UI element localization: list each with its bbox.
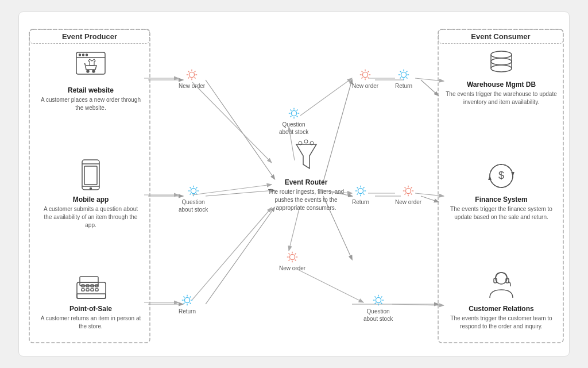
svg-point-21 bbox=[87, 70, 89, 72]
svg-line-47 bbox=[195, 71, 196, 72]
event-return-pos: Return bbox=[179, 294, 196, 315]
svg-line-65 bbox=[189, 296, 191, 297]
svg-point-22 bbox=[92, 70, 95, 72]
mobile-title: Mobile app bbox=[39, 195, 142, 204]
svg-line-104 bbox=[406, 71, 407, 72]
warehouse-desc: The events trigger the warehouse to upda… bbox=[444, 90, 559, 106]
svg-point-137 bbox=[491, 58, 512, 65]
svg-line-95 bbox=[368, 71, 369, 72]
producer-section-label: Event Producer bbox=[29, 29, 150, 44]
svg-line-48 bbox=[188, 77, 189, 78]
event-label-new-order-retail: New order bbox=[179, 82, 205, 90]
finance-title: Finance System bbox=[444, 195, 559, 204]
svg-rect-36 bbox=[86, 289, 89, 291]
svg-point-27 bbox=[90, 188, 92, 190]
event-label-new-order-finance: New order bbox=[395, 198, 421, 206]
svg-line-84 bbox=[289, 253, 290, 254]
customer-node: Customer Relations The events trigger th… bbox=[444, 268, 559, 331]
pos-title: Point-of-Sale bbox=[39, 305, 142, 313]
svg-rect-26 bbox=[84, 166, 97, 185]
pos-node: Point-of-Sale A customer returns an item… bbox=[39, 271, 142, 331]
diagram-container: Event Producer Event Consumer Retail web bbox=[18, 12, 570, 356]
svg-line-96 bbox=[362, 77, 363, 78]
event-return-finance: Return bbox=[352, 185, 369, 206]
svg-line-94 bbox=[368, 77, 369, 78]
event-label-new-order-bottom: New order bbox=[279, 264, 305, 272]
event-label-return-pos: Return bbox=[179, 308, 196, 315]
svg-line-131 bbox=[381, 296, 382, 297]
event-new-order-finance: New order bbox=[395, 185, 421, 206]
event-label-return-warehouse: Return bbox=[395, 82, 412, 90]
customer-title: Customer Relations bbox=[444, 305, 559, 313]
svg-line-55 bbox=[196, 193, 197, 194]
svg-line-103 bbox=[406, 77, 407, 78]
svg-point-115 bbox=[405, 188, 411, 193]
mobile-app-node: Mobile app A customer submits a question… bbox=[39, 159, 142, 229]
svg-line-46 bbox=[195, 77, 196, 78]
svg-line-85 bbox=[295, 259, 296, 260]
event-label-new-order-warehouse: New order bbox=[352, 82, 378, 90]
svg-line-93 bbox=[362, 71, 363, 72]
svg-line-54 bbox=[189, 187, 191, 188]
svg-line-120 bbox=[405, 187, 406, 188]
pos-icon bbox=[39, 271, 142, 302]
svg-line-63 bbox=[183, 296, 184, 297]
svg-rect-39 bbox=[77, 294, 106, 298]
svg-point-68 bbox=[304, 140, 308, 143]
svg-point-20 bbox=[86, 54, 88, 56]
svg-line-87 bbox=[289, 259, 290, 260]
svg-point-124 bbox=[376, 297, 381, 302]
svg-point-88 bbox=[362, 72, 368, 77]
event-label-question-stock-mobile: Questionabout stock bbox=[179, 198, 208, 213]
svg-line-66 bbox=[183, 302, 184, 304]
svg-line-45 bbox=[188, 71, 189, 72]
finance-icon: $ bbox=[444, 159, 559, 193]
svg-point-133 bbox=[491, 51, 512, 58]
event-label-question-customer: Questionabout stock bbox=[363, 308, 393, 323]
svg-line-152 bbox=[295, 268, 363, 302]
customer-desc: The events trigger the customer team to … bbox=[444, 315, 559, 331]
svg-point-49 bbox=[191, 188, 196, 193]
svg-line-132 bbox=[374, 302, 376, 304]
svg-line-114 bbox=[357, 193, 358, 194]
svg-line-76 bbox=[296, 116, 297, 117]
svg-line-64 bbox=[189, 302, 191, 304]
svg-point-18 bbox=[79, 54, 81, 56]
svg-point-134 bbox=[491, 65, 512, 72]
svg-line-7 bbox=[206, 208, 274, 304]
svg-line-151 bbox=[289, 209, 299, 251]
svg-line-130 bbox=[381, 302, 382, 304]
warehouse-icon bbox=[444, 47, 559, 78]
event-return-warehouse: Return bbox=[395, 68, 412, 90]
svg-rect-37 bbox=[91, 289, 94, 291]
retail-title: Retail website bbox=[39, 86, 142, 94]
svg-line-148 bbox=[192, 208, 272, 300]
svg-line-57 bbox=[189, 193, 191, 194]
svg-line-112 bbox=[363, 193, 364, 194]
svg-rect-38 bbox=[95, 289, 98, 291]
svg-line-155 bbox=[415, 78, 444, 81]
event-router-node: Event Router The router ingests, filters… bbox=[260, 139, 352, 212]
event-new-order-warehouse: New order bbox=[352, 68, 378, 90]
retail-website-node: Retail website A customer places a new o… bbox=[39, 49, 142, 112]
svg-point-79 bbox=[289, 254, 295, 259]
svg-line-75 bbox=[290, 109, 291, 110]
svg-line-78 bbox=[290, 116, 291, 117]
svg-line-56 bbox=[196, 187, 197, 188]
consumer-section-label: Event Consumer bbox=[438, 29, 563, 44]
customer-icon bbox=[444, 268, 559, 302]
svg-line-121 bbox=[411, 193, 412, 194]
svg-point-70 bbox=[291, 110, 296, 116]
mobile-icon bbox=[39, 159, 142, 193]
svg-rect-35 bbox=[82, 289, 84, 291]
svg-line-122 bbox=[411, 187, 412, 188]
pos-desc: A customer returns an item in person at … bbox=[39, 315, 142, 331]
svg-point-19 bbox=[83, 54, 84, 56]
event-question-stock-mobile: Questionabout stock bbox=[179, 185, 208, 213]
svg-line-102 bbox=[400, 71, 401, 72]
svg-text:$: $ bbox=[498, 170, 504, 181]
svg-point-58 bbox=[184, 297, 189, 302]
svg-line-13 bbox=[421, 196, 438, 202]
finance-node: $ Finance System The events trigger the … bbox=[444, 159, 559, 221]
event-new-order-bottom: New order bbox=[279, 251, 305, 272]
